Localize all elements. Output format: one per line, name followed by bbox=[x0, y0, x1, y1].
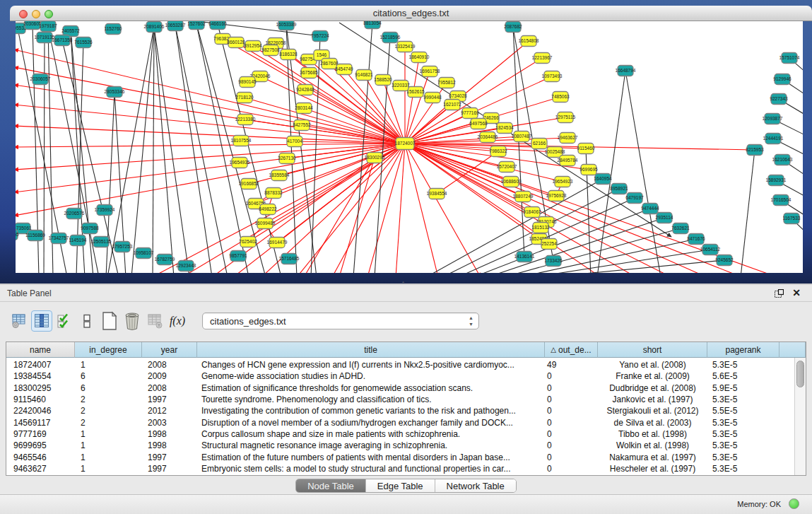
table-cell[interactable]: Corpus callosum shape and size in male p… bbox=[197, 429, 545, 439]
table-row[interactable]: 2242004622012Investigating the contribut… bbox=[6, 405, 794, 416]
table-cell[interactable]: Estimation of significance thresholds fo… bbox=[197, 383, 545, 393]
table-mode-button[interactable] bbox=[8, 310, 30, 332]
show-columns-button[interactable] bbox=[31, 310, 52, 332]
table-cell[interactable]: Genome-wide association studies in ADHD. bbox=[197, 371, 545, 381]
scrollbar-thumb[interactable] bbox=[796, 361, 804, 387]
table-cell[interactable]: 2009 bbox=[142, 371, 197, 381]
table-row[interactable]: 977716911998Corpus callosum shape and si… bbox=[6, 428, 794, 440]
table-cell[interactable]: 14569117 bbox=[6, 418, 75, 428]
column-header-year[interactable]: year bbox=[142, 342, 197, 358]
close-window-button[interactable] bbox=[19, 10, 28, 18]
table-cell[interactable]: 9699695 bbox=[6, 440, 75, 450]
table-row[interactable]: 1830029562008Estimation of significance … bbox=[6, 382, 794, 394]
column-header-pagerank[interactable]: pagerank bbox=[707, 342, 779, 358]
table-cell[interactable]: 9115460 bbox=[6, 395, 75, 404]
float-panel-icon[interactable] bbox=[775, 289, 784, 298]
tab-node-table[interactable]: Node Table bbox=[296, 479, 366, 492]
table-cell[interactable]: 9777169 bbox=[6, 429, 75, 439]
table-row[interactable]: 911546021997Tourette syndrome. Phenomeno… bbox=[6, 394, 794, 405]
column-header-out_de[interactable]: △out_de... bbox=[545, 342, 598, 358]
table-cell[interactable]: Embryonic stem cells: a model to study s… bbox=[197, 464, 545, 474]
table-cell[interactable]: 0 bbox=[545, 464, 598, 474]
table-cell[interactable]: Nakamura et al. (1997) bbox=[598, 452, 707, 462]
table-cell[interactable]: Jankovic et al. (1997) bbox=[598, 395, 707, 404]
column-header-short[interactable]: short bbox=[598, 342, 707, 358]
table-row[interactable]: 1872400712008Changes of HCN gene express… bbox=[6, 359, 794, 370]
table-cell[interactable]: 5.5E-5 bbox=[707, 406, 779, 416]
table-cell[interactable]: 5.3E-5 bbox=[707, 440, 779, 450]
table-cell[interactable]: 0 bbox=[545, 371, 598, 381]
close-panel-icon[interactable]: ✕ bbox=[792, 287, 801, 298]
table-cell[interactable]: 6 bbox=[75, 383, 142, 393]
table-cell[interactable]: 0 bbox=[545, 406, 598, 416]
table-cell[interactable]: 1 bbox=[75, 429, 142, 439]
table-cell[interactable]: 5.9E-5 bbox=[707, 383, 779, 393]
table-cell[interactable]: 2 bbox=[75, 395, 142, 404]
memory-ok-indicator[interactable] bbox=[789, 498, 799, 509]
table-cell[interactable]: Dudbridge et al. (2008) bbox=[598, 383, 707, 393]
table-cell[interactable]: Hescheler et al. (1997) bbox=[598, 464, 707, 474]
table-cell[interactable]: 0 bbox=[545, 452, 598, 462]
table-row[interactable]: 946554611997Estimation of the future num… bbox=[6, 451, 794, 462]
network-graph[interactable]: 1605533203060519791872405572107191351667… bbox=[16, 21, 803, 273]
table-cell[interactable]: 5.3E-5 bbox=[707, 464, 779, 474]
table-cell[interactable]: Wolkin et al. (1998) bbox=[598, 440, 707, 450]
table-cell[interactable]: 6 bbox=[75, 371, 142, 381]
table-cell[interactable]: 19384554 bbox=[6, 371, 75, 381]
table-cell[interactable]: 18300295 bbox=[6, 383, 75, 393]
vertical-scrollbar[interactable] bbox=[794, 358, 806, 475]
table-cell[interactable]: 0 bbox=[545, 418, 598, 428]
minimize-window-button[interactable] bbox=[32, 10, 40, 18]
table-cell[interactable]: Stergiakouli et al. (2012) bbox=[598, 406, 707, 416]
table-cell[interactable]: 22420046 bbox=[6, 406, 75, 416]
table-cell[interactable]: 2003 bbox=[142, 418, 197, 428]
delete-table-button[interactable] bbox=[122, 310, 143, 332]
table-cell[interactable]: Yano et al. (2008) bbox=[598, 360, 707, 370]
network-window-titlebar[interactable]: citations_edges.txt bbox=[10, 6, 812, 21]
tab-network-table[interactable]: Network Table bbox=[435, 479, 516, 492]
table-cell[interactable]: 9465546 bbox=[6, 452, 75, 462]
table-row[interactable]: 1456911722003Disruption of a novel membe… bbox=[6, 416, 794, 428]
table-cell[interactable]: 2008 bbox=[142, 383, 197, 393]
table-cell[interactable]: Tibbo et al. (1998) bbox=[598, 429, 707, 439]
table-cell[interactable]: 0 bbox=[545, 429, 598, 439]
table-cell[interactable]: 1997 bbox=[142, 464, 197, 474]
create-table-button[interactable] bbox=[99, 310, 120, 332]
table-cell[interactable]: Estimation of the future numbers of pati… bbox=[197, 452, 545, 462]
table-cell[interactable]: Disruption of a novel member of a sodium… bbox=[197, 418, 545, 428]
table-cell[interactable]: 5.3E-5 bbox=[707, 360, 779, 370]
table-cell[interactable]: 49 bbox=[545, 360, 598, 370]
table-cell[interactable]: 1997 bbox=[142, 452, 197, 462]
table-cell[interactable]: Changes of HCN gene expression and I(f) … bbox=[197, 360, 545, 370]
table-cell[interactable]: 1998 bbox=[142, 440, 197, 450]
column-header-title[interactable]: title bbox=[197, 342, 545, 358]
function-builder-button[interactable]: f(x) bbox=[167, 310, 188, 332]
table-cell[interactable]: 5.3E-5 bbox=[707, 452, 779, 462]
network-canvas[interactable]: 1605533203060519791872405572107191351667… bbox=[16, 21, 803, 273]
table-cell[interactable]: 0 bbox=[545, 395, 598, 404]
table-cell[interactable]: 1 bbox=[75, 360, 142, 370]
table-cell[interactable]: 1 bbox=[75, 464, 142, 474]
table-cell[interactable]: Investigating the contribution of common… bbox=[197, 406, 545, 416]
table-cell[interactable]: 1 bbox=[75, 452, 142, 462]
table-cell[interactable]: 1998 bbox=[142, 429, 197, 439]
table-cell[interactable]: 1997 bbox=[142, 395, 197, 404]
table-selector-dropdown[interactable]: citations_edges.txt ▲▼ bbox=[202, 313, 479, 329]
table-cell[interactable]: 5.3E-5 bbox=[707, 395, 779, 404]
column-header-in_degree[interactable]: in_degree bbox=[75, 342, 142, 358]
table-cell[interactable]: 9463627 bbox=[6, 464, 75, 474]
zoom-window-button[interactable] bbox=[45, 10, 53, 18]
table-cell[interactable]: 2012 bbox=[142, 406, 197, 416]
clear-rows-button[interactable] bbox=[76, 310, 98, 332]
table-cell[interactable]: de Silva et al. (2003) bbox=[598, 418, 707, 428]
table-cell[interactable]: 5.3E-5 bbox=[707, 418, 779, 428]
table-cell[interactable]: Tourette syndrome. Phenomenology and cla… bbox=[197, 395, 545, 404]
table-row[interactable]: 946362711997Embryonic stem cells: a mode… bbox=[6, 463, 794, 474]
table-cell[interactable]: 2008 bbox=[142, 360, 197, 370]
column-header-name[interactable]: name bbox=[6, 342, 75, 358]
table-row[interactable]: 969969511998Structural magnetic resonanc… bbox=[6, 440, 794, 451]
table-cell[interactable]: 0 bbox=[545, 383, 598, 393]
table-cell[interactable]: 18724007 bbox=[6, 360, 75, 370]
table-cell[interactable]: 0 bbox=[545, 440, 598, 450]
table-cell[interactable]: 1 bbox=[75, 440, 142, 450]
